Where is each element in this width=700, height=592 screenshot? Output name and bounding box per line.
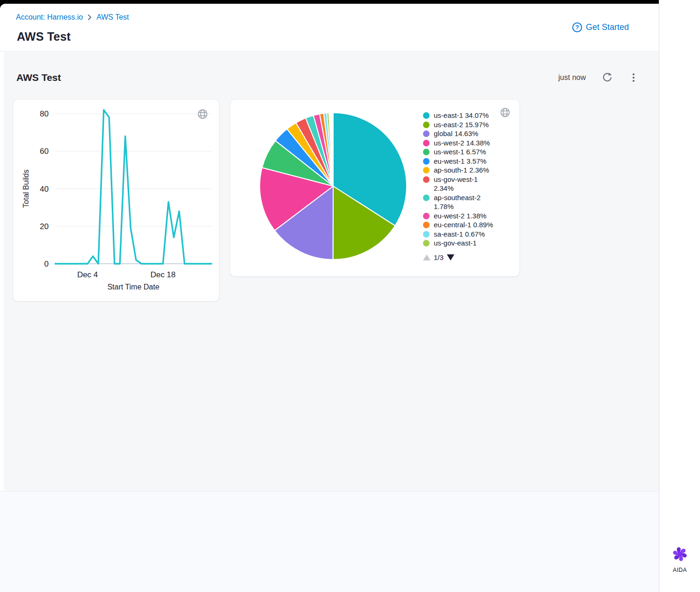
legend-label: us-gov-west-12.34%: [434, 175, 478, 193]
regions-pie-tile: us-east-1 34.07%us-east-2 15.97%global 1…: [230, 100, 519, 276]
legend-label: global 14.63%: [434, 129, 478, 138]
total-builds-tile: 020406080Dec 4Dec 18Start Time DateTotal…: [13, 100, 219, 301]
legend-pagination: 1/3: [423, 253, 513, 261]
globe-icon: [197, 108, 209, 122]
page-title: AWS Test: [17, 30, 71, 43]
legend-dot: [423, 130, 430, 137]
legend-item-global[interactable]: global 14.63%: [423, 129, 513, 138]
legend-page-up-icon[interactable]: [423, 254, 430, 260]
dashboard-header: AWS Test just now: [4, 66, 659, 89]
aida-flower-icon: [672, 546, 688, 564]
refresh-icon: [602, 72, 613, 84]
legend-item-us-gov-west-1[interactable]: us-gov-west-12.34%: [423, 175, 513, 193]
last-refreshed-label: just now: [558, 73, 586, 82]
legend-dot: [423, 167, 430, 173]
legend-page-down-icon[interactable]: [447, 254, 454, 260]
legend-label: eu-west-2 1.38%: [434, 211, 487, 221]
page-header: Account: Harness.io AWS Test ? Get Start…: [0, 4, 659, 51]
help-question-icon: ?: [572, 22, 582, 32]
x-axis-title: Start Time Date: [107, 283, 159, 291]
aida-label: AIDA: [673, 567, 687, 573]
legend-dot: [423, 122, 430, 128]
bottom-strip: [0, 491, 659, 592]
dashboard-area: AWS Test just now: [4, 52, 659, 491]
total-builds-series-line: [55, 110, 211, 264]
y-tick-label: 40: [40, 185, 49, 194]
get-started-label: Get Started: [586, 22, 629, 32]
legend-dot: [423, 195, 430, 201]
legend-item-us-east-2[interactable]: us-east-2 15.97%: [423, 120, 513, 130]
legend-dot: [423, 213, 430, 219]
x-tick-label: Dec 18: [150, 270, 175, 279]
dashboard-controls: just now: [558, 70, 638, 86]
y-axis-title: Total Builds: [22, 170, 30, 208]
legend-dot: [423, 140, 430, 146]
legend-item-eu-west-2[interactable]: eu-west-2 1.38%: [423, 211, 513, 221]
y-tick-label: 60: [40, 147, 49, 156]
pie-legend: us-east-1 34.07%us-east-2 15.97%global 1…: [423, 111, 513, 261]
legend-dot: [423, 158, 430, 165]
legend-page-indicator: 1/3: [434, 253, 444, 261]
legend-label: eu-central-1 0.89%: [434, 220, 493, 230]
legend-item-ap-south-1[interactable]: ap-south-1 2.36%: [423, 166, 513, 175]
legend-label: us-east-1 34.07%: [434, 111, 489, 120]
legend-label: ap-southeast-21.78%: [434, 193, 481, 211]
y-tick-label: 0: [44, 260, 49, 268]
legend-label: us-gov-east-10.48%: [434, 238, 477, 250]
breadcrumb-current-link[interactable]: AWS Test: [96, 13, 129, 22]
more-options-button[interactable]: [629, 72, 638, 84]
legend-dot: [423, 149, 430, 155]
kebab-icon: [633, 73, 634, 75]
y-tick-label: 80: [40, 109, 49, 118]
breadcrumb-account-link[interactable]: Account: Harness.io: [16, 13, 83, 22]
get-started-link[interactable]: ? Get Started: [572, 22, 629, 32]
legend-items: us-east-1 34.07%us-east-2 15.97%global 1…: [423, 111, 513, 250]
legend-item-eu-west-1[interactable]: eu-west-1 3.57%: [423, 157, 513, 166]
legend-item-eu-central-1[interactable]: eu-central-1 0.89%: [423, 220, 513, 230]
legend-label: us-east-2 15.97%: [434, 120, 489, 130]
tiles-row: 020406080Dec 4Dec 18Start Time DateTotal…: [4, 100, 659, 301]
legend-item-us-gov-east-1[interactable]: us-gov-east-10.48%: [423, 238, 513, 250]
screen: Account: Harness.io AWS Test ? Get Start…: [0, 0, 700, 592]
legend-dot: [423, 240, 430, 246]
breadcrumb: Account: Harness.io AWS Test: [16, 13, 129, 22]
x-tick-label: Dec 4: [77, 270, 98, 279]
legend-item-us-west-1[interactable]: us-west-1 6.57%: [423, 147, 513, 157]
refresh-button[interactable]: [600, 70, 615, 86]
dashboard-title: AWS Test: [16, 72, 61, 83]
y-tick-label: 20: [40, 222, 49, 231]
legend-label: ap-south-1 2.36%: [434, 166, 489, 175]
right-rail: AIDA: [659, 0, 700, 592]
line-chart: 020406080Dec 4Dec 18Start Time DateTotal…: [13, 100, 219, 301]
legend-dot: [423, 231, 430, 238]
legend-item-sa-east-1[interactable]: sa-east-1 0.67%: [423, 230, 513, 239]
legend-item-ap-southeast-2[interactable]: ap-southeast-21.78%: [423, 193, 513, 211]
aida-widget[interactable]: AIDA: [659, 546, 700, 573]
legend-label: us-west-2 14.38%: [434, 138, 490, 148]
legend-dot: [423, 112, 430, 119]
legend-label: sa-east-1 0.67%: [434, 230, 485, 239]
legend-dot: [423, 222, 430, 228]
chevron-right-icon: [88, 14, 92, 21]
page: Account: Harness.io AWS Test ? Get Start…: [0, 4, 659, 592]
legend-label: us-west-1 6.57%: [434, 147, 486, 157]
legend-label: eu-west-1 3.57%: [434, 157, 487, 166]
legend-dot: [423, 176, 430, 183]
globe-icon: [499, 107, 511, 120]
legend-item-us-west-2[interactable]: us-west-2 14.38%: [423, 138, 513, 148]
